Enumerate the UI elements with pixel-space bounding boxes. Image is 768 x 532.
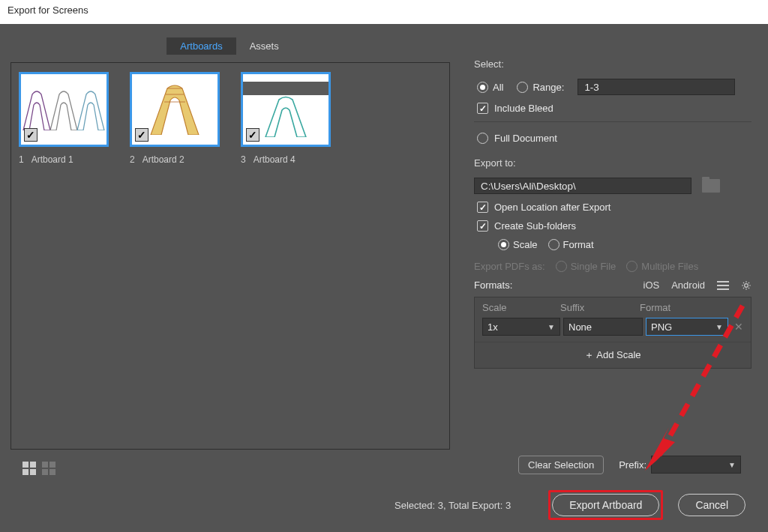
- android-preset[interactable]: Android: [671, 279, 705, 291]
- radio-icon: [517, 82, 528, 93]
- list-icon[interactable]: [717, 281, 729, 290]
- col-suffix: Suffix: [560, 302, 640, 313]
- range-input[interactable]: [578, 79, 735, 95]
- artboard-thumb[interactable]: ✓: [241, 72, 331, 147]
- gear-icon[interactable]: [741, 280, 752, 291]
- create-sub-label: Create Sub-folders: [494, 220, 576, 232]
- export-to-label: Export to:: [474, 157, 752, 169]
- include-bleed-label: Include Bleed: [494, 103, 554, 114]
- annotation-highlight: Export Artboard: [548, 490, 663, 520]
- radio-format[interactable]: Format: [548, 239, 594, 250]
- chevron-down-icon: ▼: [728, 461, 736, 469]
- artboard-grid: ✓ 1Artboard 1 ✓ 2Artboard 2 ✓ 3Artboard …: [10, 62, 450, 450]
- artboard-name: Artboard 1: [32, 154, 74, 165]
- selection-status: Selected: 3, Total Export: 3: [394, 500, 511, 511]
- format-select[interactable]: PNG▼: [646, 318, 728, 336]
- artboard-num: 3: [241, 154, 246, 165]
- grid-view-icon[interactable]: [22, 462, 36, 475]
- radio-full-document[interactable]: [477, 133, 488, 144]
- select-label: Select:: [474, 58, 752, 70]
- artboard-item[interactable]: ✓ 3Artboard 4: [241, 72, 331, 165]
- radio-icon: [626, 261, 638, 272]
- artboard-thumb[interactable]: ✓: [130, 72, 220, 147]
- formats-table: Scale Suffix Format 1x▼ None PNG▼ ✕ ＋ Ad…: [474, 297, 752, 369]
- prefix-select[interactable]: ▼: [651, 456, 741, 474]
- checkbox-icon[interactable]: ✓: [246, 128, 260, 142]
- tab-assets[interactable]: Assets: [236, 37, 292, 55]
- artboard-name: Artboard 4: [254, 154, 296, 165]
- export-artboard-button[interactable]: Export Artboard: [552, 494, 659, 516]
- col-scale: Scale: [482, 302, 560, 313]
- folder-icon[interactable]: [702, 179, 720, 193]
- checkbox-icon[interactable]: ✓: [24, 128, 38, 142]
- tabs: Artboards Assets: [4, 37, 454, 55]
- radio-scale[interactable]: Scale: [498, 239, 538, 250]
- chevron-down-icon: ▼: [548, 323, 555, 331]
- scale-select[interactable]: 1x▼: [482, 318, 560, 336]
- artboard-item[interactable]: ✓ 2Artboard 2: [130, 72, 220, 165]
- artboard-num: 2: [130, 154, 135, 165]
- artboard-item[interactable]: ✓ 1Artboard 1: [19, 72, 109, 165]
- radio-single-file: Single File: [556, 261, 616, 272]
- checkbox-include-bleed[interactable]: [477, 103, 488, 114]
- radio-range[interactable]: Range:: [517, 82, 564, 93]
- radio-icon: [477, 82, 488, 93]
- prefix-label: Prefix:: [619, 459, 646, 471]
- checkbox-open-location[interactable]: [477, 202, 488, 213]
- close-icon[interactable]: ✕: [734, 321, 743, 333]
- tab-artboards[interactable]: Artboards: [166, 37, 236, 55]
- list-view-icon[interactable]: [42, 462, 56, 475]
- col-format: Format: [640, 302, 722, 313]
- artboard-name: Artboard 2: [142, 154, 184, 165]
- suffix-input[interactable]: None: [563, 318, 643, 336]
- full-document-label: Full Document: [494, 133, 557, 144]
- export-path-input[interactable]: [474, 178, 692, 194]
- radio-icon: [556, 261, 567, 272]
- chevron-down-icon: ▼: [716, 323, 723, 331]
- export-pdfs-label: Export PDFs as:: [474, 261, 545, 272]
- radio-multiple-files: Multiple Files: [626, 261, 698, 272]
- artboard-thumb[interactable]: ✓: [19, 72, 109, 147]
- open-location-label: Open Location after Export: [494, 202, 610, 213]
- checkbox-icon[interactable]: ✓: [135, 128, 148, 142]
- checkbox-create-subfolders[interactable]: [477, 220, 488, 232]
- radio-icon: [498, 239, 509, 250]
- clear-selection-button[interactable]: Clear Selection: [518, 456, 604, 474]
- window-title: Export for Screens: [0, 0, 768, 24]
- add-scale-button[interactable]: ＋ Add Scale: [475, 342, 751, 368]
- radio-all[interactable]: All: [477, 82, 503, 93]
- radio-icon: [548, 239, 560, 250]
- ios-preset[interactable]: iOS: [644, 279, 660, 291]
- artboard-num: 1: [19, 154, 24, 165]
- svg-point-0: [745, 283, 748, 287]
- formats-label: Formats:: [474, 279, 512, 291]
- cancel-button[interactable]: Cancel: [678, 494, 746, 516]
